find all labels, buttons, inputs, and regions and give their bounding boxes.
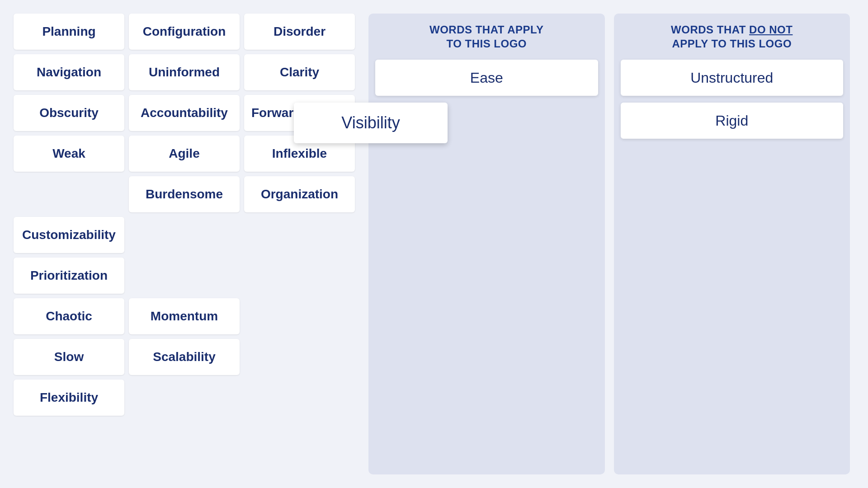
word-card-accountability[interactable]: Accountability: [129, 95, 240, 131]
word-card-empty9: [244, 380, 355, 416]
word-card-empty6: [244, 298, 355, 334]
word-card-momentum[interactable]: Momentum: [129, 298, 240, 334]
not-applies-drop-zone[interactable]: WORDS THAT DO NOT APPLY TO THIS LOGO Uns…: [614, 14, 850, 474]
word-card-empty2: [129, 217, 240, 253]
word-card-scalability[interactable]: Scalability: [129, 339, 240, 375]
unstructured-card[interactable]: Unstructured: [621, 60, 844, 96]
word-card-empty7: [244, 339, 355, 375]
rigid-card[interactable]: Rigid: [621, 103, 844, 139]
not-applies-zone-body: Unstructured Rigid: [621, 60, 844, 465]
word-card-clarity[interactable]: Clarity: [244, 54, 355, 90]
word-card-chaotic[interactable]: Chaotic: [14, 298, 124, 334]
word-grid-area: PlanningConfigurationDisorderNavigationU…: [9, 9, 359, 479]
word-card-flexibility[interactable]: Flexibility: [14, 380, 124, 416]
visibility-card[interactable]: Visibility: [294, 103, 448, 143]
word-card-uninformed[interactable]: Uninformed: [129, 54, 240, 90]
word-card-disorder[interactable]: Disorder: [244, 14, 355, 50]
word-card-empty3: [244, 217, 355, 253]
word-card-empty4: [129, 258, 240, 294]
word-card-prioritization[interactable]: Prioritization: [14, 258, 124, 294]
word-card-empty1: [14, 176, 124, 212]
applies-zone-title: WORDS THAT APPLY TO THIS LOGO: [429, 23, 543, 51]
word-card-customizability[interactable]: Customizability: [14, 217, 124, 253]
applies-zone-body: Ease Visibility: [375, 60, 598, 465]
word-card-empty8: [129, 380, 240, 416]
word-card-configuration[interactable]: Configuration: [129, 14, 240, 50]
word-card-slow[interactable]: Slow: [14, 339, 124, 375]
not-applies-zone-title: WORDS THAT DO NOT APPLY TO THIS LOGO: [671, 23, 793, 51]
word-card-empty5: [244, 258, 355, 294]
word-card-planning[interactable]: Planning: [14, 14, 124, 50]
word-card-burdensome[interactable]: Burdensome: [129, 176, 240, 212]
word-card-weak[interactable]: Weak: [14, 136, 124, 172]
applies-drop-zone[interactable]: WORDS THAT APPLY TO THIS LOGO Ease Visib…: [368, 14, 605, 474]
main-container: PlanningConfigurationDisorderNavigationU…: [0, 0, 868, 488]
word-card-organization[interactable]: Organization: [244, 176, 355, 212]
drop-zones: WORDS THAT APPLY TO THIS LOGO Ease Visib…: [359, 9, 859, 479]
ease-card[interactable]: Ease: [375, 60, 598, 96]
word-card-navigation[interactable]: Navigation: [14, 54, 124, 90]
word-card-obscurity[interactable]: Obscurity: [14, 95, 124, 131]
word-card-agile[interactable]: Agile: [129, 136, 240, 172]
